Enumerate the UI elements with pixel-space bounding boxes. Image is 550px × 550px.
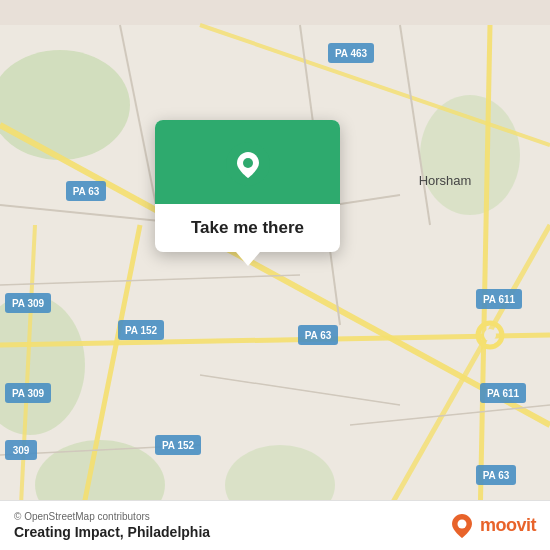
svg-text:PA 309: PA 309 — [12, 298, 45, 309]
svg-text:309: 309 — [13, 445, 30, 456]
svg-point-48 — [243, 158, 253, 168]
svg-text:PA 152: PA 152 — [125, 325, 158, 336]
location-name: Creating Impact — [14, 524, 120, 540]
take-me-there-label[interactable]: Take me there — [191, 218, 304, 237]
popup-card-body[interactable]: Take me there — [171, 204, 324, 252]
moovit-text: moovit — [480, 515, 536, 536]
svg-text:PA 611: PA 611 — [487, 388, 520, 399]
svg-text:PA 152: PA 152 — [162, 440, 195, 451]
svg-text:PA 63: PA 63 — [305, 330, 332, 341]
moovit-logo: moovit — [448, 512, 536, 540]
map-svg: PA 463 PA 63 PA 152 PA 152 PA 309 PA 309… — [0, 0, 550, 550]
bottom-bar-left: © OpenStreetMap contributors Creating Im… — [14, 511, 210, 540]
popup-card[interactable]: Take me there — [155, 120, 340, 252]
svg-text:Horsham: Horsham — [419, 173, 472, 188]
map-container: PA 463 PA 63 PA 152 PA 152 PA 309 PA 309… — [0, 0, 550, 550]
bottom-bar: © OpenStreetMap contributors Creating Im… — [0, 500, 550, 550]
moovit-pin-icon — [448, 512, 476, 540]
svg-point-5 — [420, 95, 520, 215]
svg-point-46 — [484, 329, 496, 341]
location-city: Philadelphia — [128, 524, 210, 540]
svg-point-49 — [457, 519, 466, 528]
svg-text:PA 63: PA 63 — [73, 186, 100, 197]
popup-card-header — [155, 120, 340, 204]
attribution-text: © OpenStreetMap contributors — [14, 511, 210, 522]
svg-text:PA 63: PA 63 — [483, 470, 510, 481]
svg-text:PA 309: PA 309 — [12, 388, 45, 399]
location-pin-icon — [226, 142, 270, 186]
svg-text:PA 463: PA 463 — [335, 48, 368, 59]
popup-triangle — [236, 252, 260, 266]
location-label: Creating Impact, Philadelphia — [14, 524, 210, 540]
svg-text:PA 611: PA 611 — [483, 294, 516, 305]
